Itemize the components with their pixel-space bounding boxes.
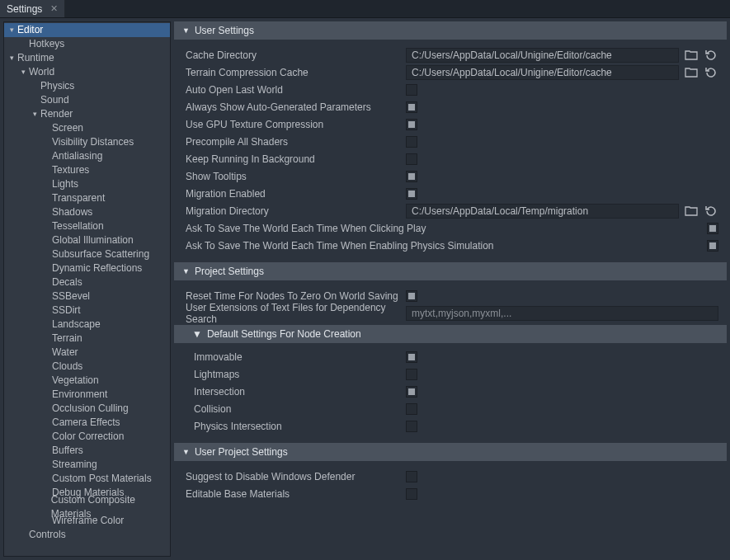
input-migration-directory[interactable]: C:/Users/AppData/Local/Temp/migration (406, 204, 679, 219)
input-cache-directory[interactable]: C:/Users/AppData/Local/Unigine/Editor/ca… (406, 48, 679, 63)
checkbox-migration-enabled[interactable] (406, 188, 417, 200)
tree-item[interactable]: Buffers (4, 444, 170, 458)
tree-item[interactable]: ▾Render (4, 107, 170, 121)
tree-item[interactable]: Transparent (4, 191, 170, 205)
checkbox-show-autogen[interactable] (406, 101, 417, 113)
tree-item-label: Environment (52, 388, 107, 402)
tree-item[interactable]: Custom Composite Materials (4, 500, 170, 514)
section-title: User Project Settings (195, 446, 288, 458)
row-keep-running: Keep Running In Background (182, 150, 718, 167)
tree-item[interactable]: Subsurface Scattering (4, 247, 170, 261)
checkbox-immovable[interactable] (406, 351, 417, 363)
tree-item-label: Transparent (52, 191, 105, 205)
checkbox-physics-intersection[interactable] (406, 421, 417, 432)
tree-item[interactable]: Custom Post Materials (4, 472, 170, 486)
checkbox-lightmaps[interactable] (406, 369, 417, 380)
tree-item[interactable]: Sound (4, 93, 170, 107)
tree-item[interactable]: Textures (4, 163, 170, 177)
tree-item[interactable]: Decals (4, 275, 170, 289)
row-immovable: Immovable (182, 348, 718, 365)
tree-item-label: Lights (52, 177, 78, 191)
checkbox-keep-running[interactable] (406, 153, 417, 165)
checkbox-ask-save-play[interactable] (707, 223, 718, 234)
tree-item[interactable]: Terrain (4, 332, 170, 346)
tree-item-label: Render (40, 107, 73, 121)
reset-icon[interactable] (704, 204, 718, 219)
label-show-autogen: Always Show Auto-Generated Parameters (182, 101, 401, 113)
chevron-down-icon[interactable]: ▾ (31, 107, 40, 121)
checkbox-tooltips[interactable] (406, 171, 417, 182)
tree-item[interactable]: Physics (4, 79, 170, 93)
checkbox-collision[interactable] (406, 403, 417, 415)
tree-item[interactable]: Water (4, 346, 170, 360)
tree-item[interactable]: Streaming (4, 458, 170, 472)
chevron-down-icon[interactable]: ▾ (7, 23, 16, 37)
row-migration-enabled: Migration Enabled (182, 185, 718, 202)
tree-item[interactable]: Dynamic Reflections (4, 261, 170, 275)
tree-item-label: Subsurface Scattering (52, 247, 149, 261)
tree-item-label: Vegetation (52, 374, 99, 388)
label-ask-save-physics: Ask To Save The World Each Time When Ena… (182, 240, 702, 252)
checkbox-defender[interactable] (406, 471, 417, 482)
label-keep-running: Keep Running In Background (182, 153, 401, 165)
row-migration-directory: Migration Directory C:/Users/AppData/Loc… (182, 202, 718, 219)
label-reset-time: Reset Time For Nodes To Zero On World Sa… (182, 290, 401, 302)
tree-item-label: Global Illumination (52, 233, 134, 247)
checkbox-gpu-tex[interactable] (406, 119, 417, 130)
tree-item[interactable]: Hotkeys (4, 37, 170, 51)
section-user-project-settings[interactable]: ▼ User Project Settings (174, 443, 727, 461)
section-project-settings[interactable]: ▼ Project Settings (174, 262, 727, 280)
tree-item[interactable]: Shadows (4, 205, 170, 219)
tree-item[interactable]: Controls (4, 528, 170, 542)
label-physics-intersection: Physics Intersection (182, 421, 401, 432)
tree-item[interactable]: Vegetation (4, 374, 170, 388)
checkbox-reset-time[interactable] (406, 290, 417, 302)
section-node-defaults[interactable]: ▼ Default Settings For Node Creation (174, 325, 727, 343)
tree-item[interactable]: Environment (4, 388, 170, 402)
tree-item[interactable]: Occlusion Culling (4, 402, 170, 416)
tree-item[interactable]: Landscape (4, 318, 170, 332)
chevron-down-icon: ▼ (192, 328, 202, 340)
checkbox-editable-base[interactable] (406, 488, 417, 500)
input-terrain-cache[interactable]: C:/Users/AppData/Local/Unigine/Editor/ca… (406, 65, 679, 80)
tree-item[interactable]: Visibility Distances (4, 135, 170, 149)
tree-item-label: Editor (17, 23, 43, 37)
tree-item[interactable]: SSDirt (4, 304, 170, 318)
tree-item-label: Dynamic Reflections (52, 261, 142, 275)
tree-item[interactable]: Tessellation (4, 219, 170, 233)
reset-icon[interactable] (704, 65, 718, 80)
tree-item[interactable]: Global Illumination (4, 233, 170, 247)
tree-item[interactable]: ▾Runtime (4, 51, 170, 65)
tree-item[interactable]: Color Correction (4, 430, 170, 444)
tree-item-label: Occlusion Culling (52, 402, 129, 416)
folder-icon[interactable] (684, 204, 699, 219)
tree-item-label: Color Correction (52, 430, 124, 444)
tree-item[interactable]: Camera Effects (4, 416, 170, 430)
tree-item[interactable]: ▾World (4, 65, 170, 79)
chevron-down-icon[interactable]: ▾ (19, 65, 28, 79)
tree-item[interactable]: SSBevel (4, 289, 170, 304)
label-ask-save-play: Ask To Save The World Each Time When Cli… (182, 223, 702, 234)
label-terrain-cache: Terrain Compression Cache (182, 67, 401, 78)
checkbox-auto-open[interactable] (406, 84, 417, 96)
tree-item[interactable]: Screen (4, 121, 170, 135)
label-migration-enabled: Migration Enabled (182, 188, 401, 200)
tab-settings[interactable]: Settings ✕ (0, 0, 65, 17)
reset-icon[interactable] (704, 48, 718, 63)
tab-bar: Settings ✕ (0, 0, 730, 18)
tree-item-label: Physics (40, 79, 74, 93)
close-icon[interactable]: ✕ (50, 3, 58, 14)
folder-icon[interactable] (684, 65, 699, 80)
tree-item[interactable]: Antialiasing (4, 149, 170, 163)
settings-content: ▼ User Settings Cache Directory C:/Users… (174, 21, 727, 557)
chevron-down-icon[interactable]: ▾ (7, 51, 16, 65)
checkbox-intersection[interactable] (406, 386, 417, 398)
checkbox-ask-save-physics[interactable] (707, 240, 718, 252)
checkbox-precompile[interactable] (406, 136, 417, 148)
section-user-settings[interactable]: ▼ User Settings (174, 21, 727, 40)
tree-item[interactable]: ▾Editor (4, 23, 170, 37)
folder-icon[interactable] (684, 48, 699, 63)
input-user-ext[interactable]: mytxt,myjson,myxml,... (406, 306, 718, 321)
tree-item[interactable]: Clouds (4, 360, 170, 374)
tree-item[interactable]: Lights (4, 177, 170, 191)
